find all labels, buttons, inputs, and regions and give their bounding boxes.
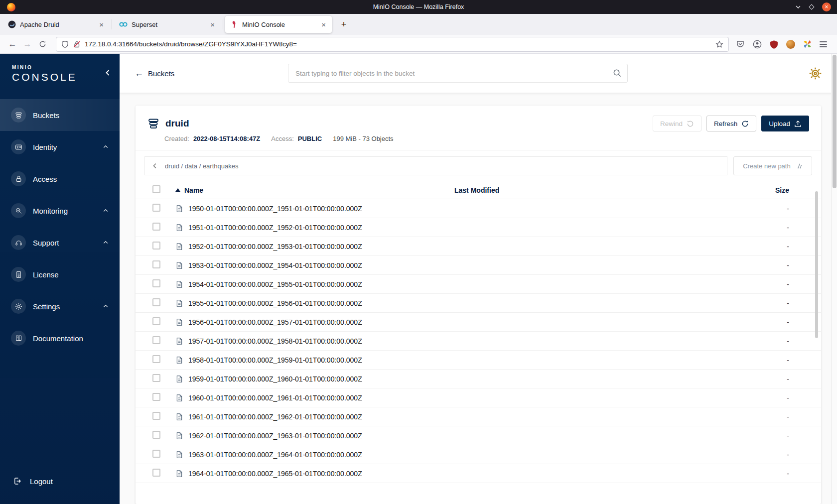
rewind-button[interactable]: Rewind <box>653 116 701 131</box>
table-row[interactable]: 1964-01-01T00:00:00.000Z_1965-01-01T00:0… <box>136 464 821 483</box>
object-filter-input[interactable] <box>288 64 628 83</box>
profile-avatar[interactable] <box>786 40 795 49</box>
sidebar-item-monitoring[interactable]: Monitoring <box>0 195 120 227</box>
window-menu-chevron-icon[interactable] <box>795 4 801 10</box>
sidebar-item-buckets[interactable]: Buckets <box>0 99 120 131</box>
table-row[interactable]: 1951-01-01T00:00:00.000Z_1952-01-01T00:0… <box>136 218 821 237</box>
row-checkbox[interactable] <box>152 242 160 250</box>
row-checkbox[interactable] <box>152 431 160 439</box>
table-row[interactable]: 1958-01-01T00:00:00.000Z_1959-01-01T00:0… <box>136 351 821 370</box>
object-name[interactable]: 1964-01-01T00:00:00.000Z_1965-01-01T00:0… <box>188 470 362 478</box>
table-row[interactable]: 1961-01-01T00:00:00.000Z_1962-01-01T00:0… <box>136 407 821 426</box>
chevron-up-icon[interactable] <box>103 240 109 246</box>
table-scrollbar-thumb[interactable] <box>815 191 818 338</box>
row-checkbox[interactable] <box>152 412 160 420</box>
breadcrumb-back-chevron-icon[interactable] <box>145 157 165 175</box>
ublock-shield-icon[interactable] <box>770 40 778 49</box>
row-checkbox[interactable] <box>152 223 160 231</box>
upload-button[interactable]: Upload <box>761 116 809 131</box>
table-row[interactable]: 1953-01-01T00:00:00.000Z_1954-01-01T00:0… <box>136 256 821 275</box>
object-name[interactable]: 1960-01-01T00:00:00.000Z_1961-01-01T00:0… <box>188 394 362 402</box>
select-all-checkbox[interactable] <box>152 185 160 193</box>
url-text[interactable]: 172.18.0.4:31664/buckets/druid/browse/ZG… <box>85 40 711 48</box>
object-name[interactable]: 1963-01-01T00:00:00.000Z_1964-01-01T00:0… <box>188 451 362 459</box>
tab-apache-druid[interactable]: Apache Druid × <box>3 16 110 33</box>
column-size[interactable]: Size <box>741 186 789 194</box>
window-close-button[interactable]: × <box>822 2 831 11</box>
object-name[interactable]: 1952-01-01T00:00:00.000Z_1953-01-01T00:0… <box>188 243 362 251</box>
table-row[interactable]: 1950-01-01T00:00:00.000Z_1951-01-01T00:0… <box>136 199 821 218</box>
sidebar-item-settings[interactable]: Settings <box>0 290 120 322</box>
new-tab-button[interactable]: + <box>337 17 351 31</box>
row-checkbox[interactable] <box>152 374 160 382</box>
object-file-icon <box>175 299 183 307</box>
object-name[interactable]: 1955-01-01T00:00:00.000Z_1956-01-01T00:0… <box>188 299 362 307</box>
row-checkbox[interactable] <box>152 279 160 287</box>
object-name[interactable]: 1954-01-01T00:00:00.000Z_1955-01-01T00:0… <box>188 280 362 288</box>
tab-minio-console[interactable]: MinIO Console × <box>225 16 332 33</box>
tab-close-icon[interactable]: × <box>320 21 327 28</box>
reload-button[interactable] <box>35 37 50 51</box>
table-row[interactable]: 1954-01-01T00:00:00.000Z_1955-01-01T00:0… <box>136 275 821 294</box>
column-name[interactable]: Name <box>175 186 454 194</box>
chevron-up-icon[interactable] <box>103 303 109 309</box>
table-row[interactable]: 1963-01-01T00:00:00.000Z_1964-01-01T00:0… <box>136 445 821 464</box>
account-icon[interactable] <box>753 40 762 49</box>
breadcrumb-path[interactable]: druid / data / earthquakes <box>165 162 238 170</box>
row-checkbox[interactable] <box>152 469 160 477</box>
table-row[interactable]: 1952-01-01T00:00:00.000Z_1953-01-01T00:0… <box>136 237 821 256</box>
table-row[interactable]: 1962-01-01T00:00:00.000Z_1963-01-01T00:0… <box>136 426 821 445</box>
sidebar-item-identity[interactable]: Identity <box>0 131 120 163</box>
row-checkbox[interactable] <box>152 393 160 401</box>
row-checkbox[interactable] <box>152 336 160 344</box>
extension-pinwheel-icon[interactable] <box>803 40 812 48</box>
row-checkbox[interactable] <box>152 450 160 458</box>
row-checkbox[interactable] <box>152 260 160 268</box>
table-row[interactable]: 1959-01-01T00:00:00.000Z_1960-01-01T00:0… <box>136 370 821 388</box>
console-settings-gear-icon[interactable] <box>809 67 822 80</box>
object-name[interactable]: 1951-01-01T00:00:00.000Z_1952-01-01T00:0… <box>188 224 362 232</box>
object-name[interactable]: 1956-01-01T00:00:00.000Z_1957-01-01T00:0… <box>188 318 362 326</box>
bookmark-star-icon[interactable] <box>715 40 723 48</box>
sidebar-collapse-icon[interactable] <box>104 69 112 77</box>
object-name[interactable]: 1953-01-01T00:00:00.000Z_1954-01-01T00:0… <box>188 261 362 269</box>
row-checkbox[interactable] <box>152 204 160 212</box>
sidebar-item-license[interactable]: License <box>0 258 120 290</box>
row-checkbox[interactable] <box>152 355 160 363</box>
table-row[interactable]: 1956-01-01T00:00:00.000Z_1957-01-01T00:0… <box>136 313 821 332</box>
tab-superset[interactable]: Superset × <box>114 16 221 33</box>
row-checkbox[interactable] <box>152 317 160 325</box>
sidebar-item-access[interactable]: Access <box>0 163 120 195</box>
pocket-icon[interactable] <box>736 40 745 49</box>
refresh-button[interactable]: Refresh <box>706 116 756 131</box>
tab-close-icon[interactable]: × <box>98 21 105 28</box>
url-bar[interactable]: 172.18.0.4:31664/buckets/druid/browse/ZG… <box>56 37 729 52</box>
object-name[interactable]: 1959-01-01T00:00:00.000Z_1960-01-01T00:0… <box>188 375 362 383</box>
back-button[interactable]: ← <box>5 37 20 51</box>
object-name[interactable]: 1950-01-01T00:00:00.000Z_1951-01-01T00:0… <box>188 205 362 213</box>
chevron-up-icon[interactable] <box>103 144 109 150</box>
table-row[interactable]: 1957-01-01T00:00:00.000Z_1958-01-01T00:0… <box>136 332 821 351</box>
object-name[interactable]: 1957-01-01T00:00:00.000Z_1958-01-01T00:0… <box>188 337 362 345</box>
sidebar-item-support[interactable]: Support <box>0 227 120 258</box>
forward-button[interactable]: → <box>20 37 35 51</box>
row-checkbox[interactable] <box>152 298 160 306</box>
table-row[interactable]: 1955-01-01T00:00:00.000Z_1956-01-01T00:0… <box>136 294 821 313</box>
tracking-shield-icon[interactable] <box>61 40 69 48</box>
chevron-up-icon[interactable] <box>103 208 109 214</box>
buckets-back-link[interactable]: ← Buckets <box>135 69 174 78</box>
sidebar-item-logout[interactable]: Logout <box>0 469 120 493</box>
tab-close-icon[interactable]: × <box>209 21 216 28</box>
insecure-lock-icon[interactable] <box>73 40 81 48</box>
sidebar-item-documentation[interactable]: Documentation <box>0 322 120 354</box>
menu-hamburger-icon[interactable] <box>820 41 827 47</box>
table-row[interactable]: 1960-01-01T00:00:00.000Z_1961-01-01T00:0… <box>136 388 821 407</box>
window-maximize-icon[interactable] <box>810 5 814 9</box>
column-last-modified[interactable]: Last Modified <box>454 186 741 194</box>
object-name[interactable]: 1961-01-01T00:00:00.000Z_1962-01-01T00:0… <box>188 413 362 421</box>
page-scrollbar[interactable] <box>831 54 837 504</box>
object-name[interactable]: 1962-01-01T00:00:00.000Z_1963-01-01T00:0… <box>188 432 362 440</box>
page-scrollbar-thumb[interactable] <box>833 55 837 188</box>
create-new-path-button[interactable]: Create new path <box>733 156 812 175</box>
object-name[interactable]: 1958-01-01T00:00:00.000Z_1959-01-01T00:0… <box>188 356 362 364</box>
